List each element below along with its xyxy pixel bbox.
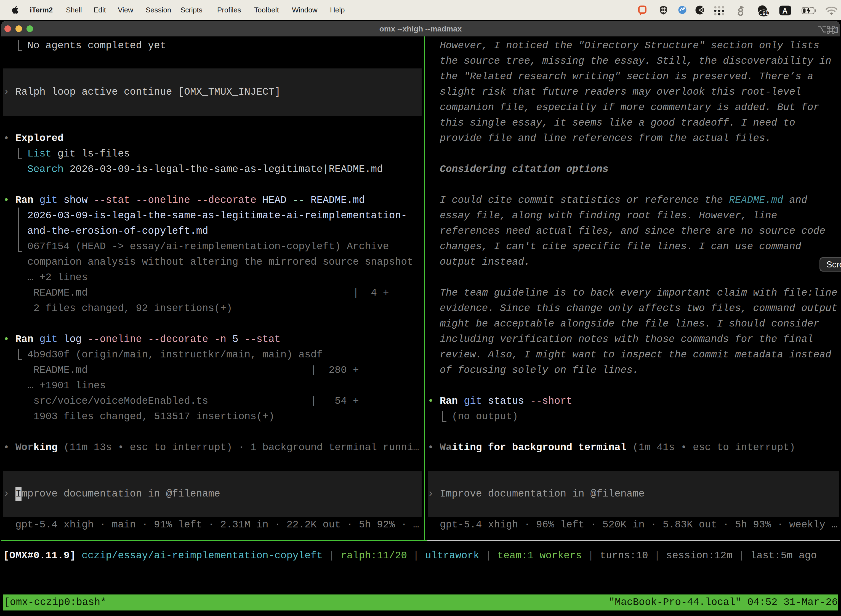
svg-text:1: 1 (835, 25, 838, 35)
svg-text:A: A (782, 7, 788, 15)
svg-text:..61: ..61 (760, 10, 768, 16)
